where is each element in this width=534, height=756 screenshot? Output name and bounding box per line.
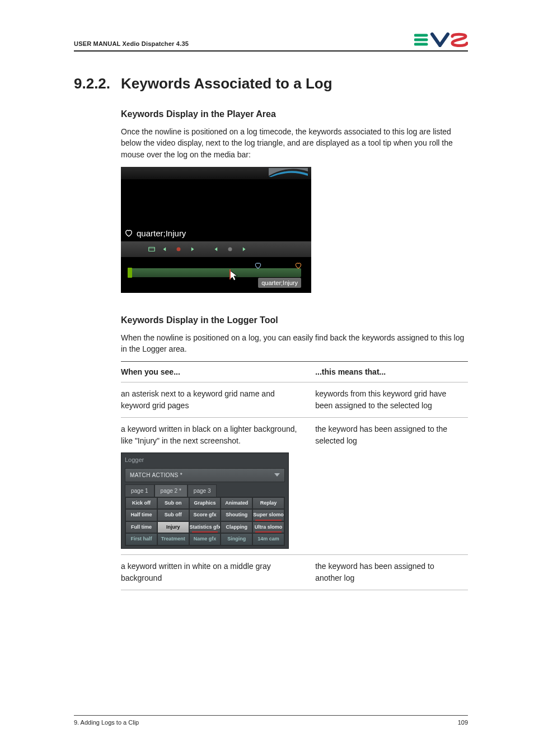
keyword-cell: Singing (221, 533, 252, 545)
table-cell: the keyword has been assigned to another… (315, 554, 468, 590)
para-logger-tool: When the nowline is positioned on a log,… (121, 332, 468, 355)
keyword-cell: Half time (125, 509, 157, 521)
out-marker-icon (294, 262, 302, 269)
logger-panel-title: Logger (121, 453, 288, 467)
record-grey-icon (226, 245, 234, 253)
keyword-cell: Clapping (221, 521, 252, 534)
keywords-meaning-table: When you see... ...this means that... an… (121, 361, 468, 590)
logger-grid-dropdown: MATCH ACTIONS * (125, 468, 285, 482)
keyword-cell: Sub on (157, 497, 189, 510)
table-cell: a keyword written in white on a middle g… (121, 554, 315, 590)
footer-page-number: 109 (458, 719, 468, 726)
table-cell: the keyword has been assigned to the sel… (315, 418, 468, 555)
logger-keyword-grid: Kick off Sub on Graphics Animated Replay… (125, 497, 285, 546)
table-header-right: ...this means that... (315, 362, 468, 382)
keyword-cell: Ultra slomo (252, 521, 284, 534)
keyword-cell: Super slomo (252, 509, 284, 521)
section-title: Keywords Associated to a Log (121, 75, 332, 92)
table-cell-text: a keyword written in black on a lighter … (121, 424, 297, 445)
prev-frame-icon (161, 245, 169, 253)
keyword-cell: Sub off (157, 509, 189, 521)
keyword-cell: 14m cam (252, 533, 284, 545)
mouse-cursor-icon (229, 269, 239, 282)
media-bar: quarter;Injury (131, 268, 301, 277)
subheading-player-area: Keywords Display in the Player Area (121, 109, 468, 119)
chevron-down-icon (274, 473, 280, 477)
keyword-cell: Kick off (125, 497, 157, 510)
record-red-icon (175, 245, 182, 253)
logger-tab: page 1 (125, 484, 154, 497)
keyword-cell: Replay (252, 497, 284, 510)
keyword-cell: Name gfx (189, 533, 221, 545)
table-cell: an asterisk next to a keyword grid name … (121, 382, 315, 418)
keyword-cell: Score gfx (189, 509, 221, 521)
keyword-cell: Statistics gfx (189, 521, 221, 534)
table-header-left: When you see... (121, 362, 315, 382)
clip-icon (148, 245, 156, 253)
keyword-cell: Treatment (157, 533, 189, 545)
header-left: USER MANUAL Xedio Dispatcher 4.35 (74, 40, 189, 47)
transport-bar (121, 241, 311, 257)
keyword-cell-selected: Injury (157, 521, 189, 534)
para-player-area: Once the nowline is positioned on a log … (121, 126, 468, 160)
prev-frame-icon-2 (213, 245, 221, 253)
evs-logo (414, 32, 468, 47)
player-area-screenshot: quarter;Injury quarter;Injur (121, 167, 311, 293)
svg-rect-3 (149, 247, 155, 251)
table-cell: keywords from this keyword grid have bee… (315, 382, 468, 418)
section-number: 9.2.2. (74, 75, 121, 92)
subheading-logger-tool: Keywords Display in the Logger Tool (121, 315, 468, 325)
log-marker-icon (254, 262, 262, 269)
keyword-cell: Shouting (221, 509, 252, 521)
keyword-cell: Animated (221, 497, 252, 510)
logger-tab: page 2 * (154, 484, 188, 497)
next-frame-icon-2 (240, 245, 247, 253)
footer-chapter: 9. Adding Logs to a Clip (74, 719, 139, 726)
keyword-cell: Graphics (189, 497, 221, 510)
player-keywords-text: quarter;Injury (137, 228, 186, 238)
next-frame-icon (188, 245, 196, 253)
in-marker (128, 268, 132, 278)
log-heart-icon (124, 228, 133, 237)
svg-point-5 (177, 247, 181, 251)
svg-point-6 (228, 247, 232, 251)
svg-rect-7 (229, 269, 231, 279)
table-cell: a keyword written in black on a lighter … (121, 418, 315, 555)
log-tooltip: quarter;Injury (258, 278, 301, 288)
logger-dropdown-label: MATCH ACTIONS * (130, 471, 182, 479)
keyword-cell: Full time (125, 521, 157, 534)
logger-screenshot: Logger MATCH ACTIONS * page 1 page 2 * p… (121, 452, 289, 549)
keyword-cell: First half (125, 533, 157, 545)
logger-tab: page 3 (188, 484, 217, 497)
